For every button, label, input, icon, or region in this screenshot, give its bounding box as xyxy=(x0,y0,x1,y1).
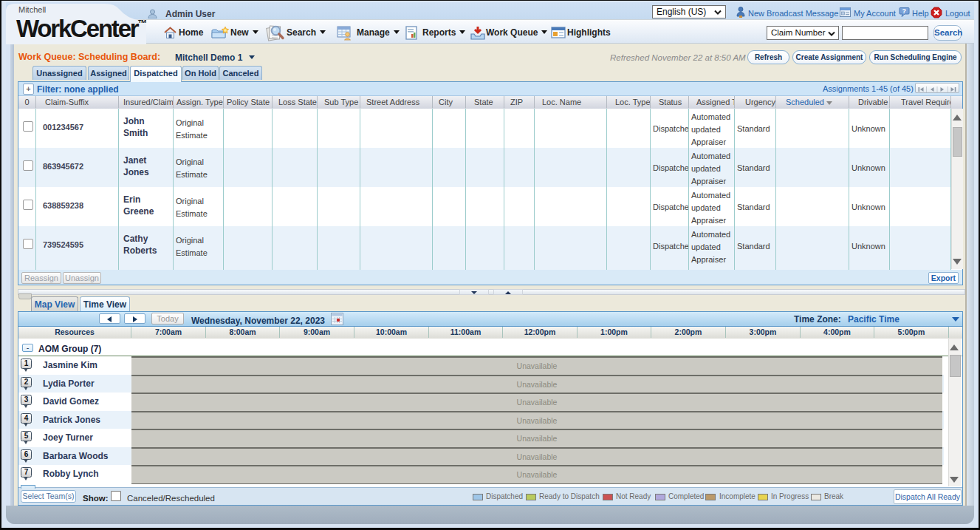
svg-text:?: ? xyxy=(902,7,907,15)
